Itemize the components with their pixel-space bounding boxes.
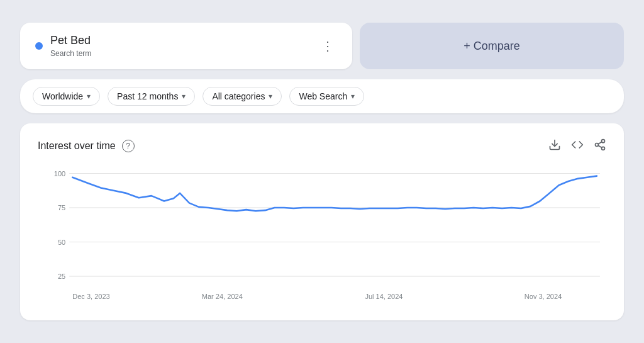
chart-card: Interest over time ? — [20, 123, 624, 320]
embed-icon[interactable] — [571, 138, 584, 154]
filter-location[interactable]: Worldwide ▾ — [33, 87, 100, 106]
svg-text:Jul 14, 2024: Jul 14, 2024 — [365, 292, 402, 300]
filter-time-label: Past 12 months — [117, 91, 178, 101]
chevron-down-icon: ▾ — [351, 92, 355, 101]
filter-location-label: Worldwide — [42, 91, 83, 101]
compare-label: + Compare — [464, 40, 520, 53]
search-term-left: Pet Bed Search term — [35, 34, 91, 58]
chevron-down-icon: ▾ — [87, 92, 91, 101]
filter-search-type[interactable]: Web Search ▾ — [289, 87, 364, 106]
svg-text:Nov 3, 2024: Nov 3, 2024 — [525, 292, 562, 300]
main-container: Pet Bed Search term ⋮ + Compare Worldwid… — [20, 23, 624, 320]
chart-title: Interest over time — [38, 140, 116, 152]
svg-text:100: 100 — [54, 169, 65, 177]
filter-search-type-label: Web Search — [299, 91, 347, 101]
search-term-sublabel: Search term — [50, 49, 91, 58]
svg-line-4 — [598, 145, 602, 147]
chevron-down-icon: ▾ — [182, 92, 186, 101]
search-term-text: Pet Bed Search term — [50, 34, 91, 58]
compare-card[interactable]: + Compare — [360, 23, 624, 69]
search-row: Pet Bed Search term ⋮ + Compare — [20, 23, 624, 69]
chart-area: 100 75 50 25 Dec 3, 2023 Mar 24, 2024 Ju… — [38, 167, 606, 305]
share-icon[interactable] — [594, 138, 606, 154]
blue-dot — [35, 42, 43, 50]
download-icon[interactable] — [548, 138, 561, 154]
filter-category-label: All categories — [212, 91, 265, 101]
filter-time[interactable]: Past 12 months ▾ — [108, 87, 195, 106]
svg-text:25: 25 — [58, 273, 65, 280]
svg-text:75: 75 — [58, 204, 65, 211]
svg-text:50: 50 — [58, 238, 65, 245]
filter-category[interactable]: All categories ▾ — [203, 87, 282, 106]
svg-text:Mar 24, 2024: Mar 24, 2024 — [202, 292, 243, 300]
interest-chart: 100 75 50 25 Dec 3, 2023 Mar 24, 2024 Ju… — [38, 167, 606, 305]
filters-row: Worldwide ▾ Past 12 months ▾ All categor… — [20, 79, 624, 113]
search-term-label: Pet Bed — [50, 34, 91, 48]
help-icon[interactable]: ? — [122, 140, 135, 152]
chart-header: Interest over time ? — [38, 138, 606, 154]
svg-text:Dec 3, 2023: Dec 3, 2023 — [72, 292, 109, 300]
svg-line-5 — [598, 142, 602, 143]
chart-title-row: Interest over time ? — [38, 140, 135, 152]
more-options-icon[interactable]: ⋮ — [319, 36, 337, 56]
chart-actions — [548, 138, 606, 154]
search-term-card: Pet Bed Search term ⋮ — [20, 23, 352, 69]
chevron-down-icon: ▾ — [269, 92, 272, 101]
